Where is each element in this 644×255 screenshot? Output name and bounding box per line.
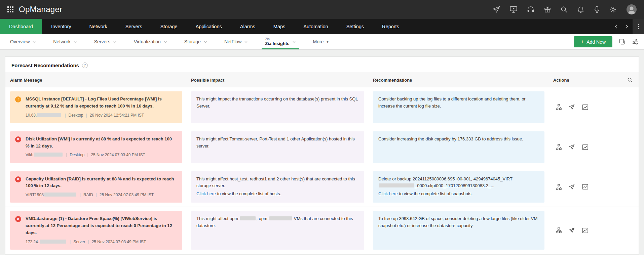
workflow-icon[interactable] [556, 184, 562, 190]
subnav-item-network[interactable]: Network [44, 34, 85, 49]
forecast-graph-icon[interactable] [582, 184, 588, 189]
notifications-icon[interactable] [577, 6, 584, 13]
alarm-message: Capacity Utilization [RAID] is currently… [26, 176, 177, 190]
meta-separator: | [86, 113, 87, 118]
meta-separator: | [65, 113, 66, 118]
chevron-down-icon: ▾ [327, 40, 328, 44]
subnav-item-more[interactable]: More▾ [304, 34, 337, 49]
subnav-item-virtualization[interactable]: Virtualization [125, 34, 176, 49]
alarm-cell: × Capacity Utilization [RAID] is current… [10, 171, 182, 203]
search-icon[interactable] [561, 6, 568, 13]
meta-separator: | [80, 193, 81, 197]
training-icon[interactable] [510, 6, 517, 13]
redacted-text [37, 113, 61, 117]
alarm-meta: 10.63.|Desktop|26 Nov 2024 12:54:21 PM I… [26, 112, 177, 119]
impact-cell: This might affect Tomcat-server, Port-Te… [191, 131, 364, 163]
workflow-icon[interactable] [556, 104, 562, 110]
workflow-icon[interactable] [556, 227, 562, 233]
dashboard-settings-icon[interactable] [632, 39, 639, 45]
redacted-text [240, 216, 256, 220]
subnav-item-zia-insights[interactable]: ZiaZia Insights [256, 34, 304, 49]
severity-icon: ! [15, 96, 21, 102]
chevron-down-icon [74, 41, 77, 43]
row-actions [553, 171, 634, 203]
meta-separator: | [96, 193, 97, 197]
workflow-icon[interactable] [556, 144, 562, 150]
settings-icon[interactable] [610, 6, 617, 13]
table-row: × Disk Utilization [WMI] is currently at… [5, 127, 639, 167]
nav-scroll-left-icon[interactable] [612, 19, 620, 34]
notify-icon[interactable] [569, 104, 575, 110]
subnav-item-label: NetFlow [224, 39, 241, 44]
column-header-alarm-message: Alarm Message [10, 78, 182, 83]
alarm-cell: × Disk Utilization [WMI] is currently at… [10, 131, 182, 163]
notify-icon[interactable] [569, 227, 575, 233]
alarm-cell: ! MSSQL Instance [DEFAULT] - Log Files U… [10, 91, 182, 123]
apps-grid-icon[interactable] [7, 6, 13, 12]
add-new-button[interactable]: + Add New [574, 36, 612, 47]
chevron-down-icon [293, 41, 296, 43]
user-avatar[interactable] [627, 4, 637, 14]
notify-icon[interactable] [569, 144, 575, 150]
alarm-message: MSSQL Instance [DEFAULT] - Log Files Use… [26, 96, 177, 110]
main-nav-controls [612, 19, 633, 34]
nav-overflow-menu-icon[interactable] [633, 19, 644, 34]
subnav-item-overview[interactable]: Overview [1, 34, 44, 49]
table-search-icon[interactable] [628, 78, 633, 83]
subnav-item-storage[interactable]: Storage [176, 34, 216, 49]
subnav-item-label: More [313, 39, 324, 44]
nav-item-reports[interactable]: Reports [373, 19, 408, 34]
impact-cell: This might affect host_test, redhost1 an… [191, 171, 364, 203]
nav-scroll-right-icon[interactable] [623, 19, 631, 34]
forecast-graph-icon[interactable] [582, 228, 588, 233]
notify-icon[interactable] [569, 184, 575, 190]
nav-item-settings[interactable]: Settings [337, 19, 373, 34]
forecast-graph-icon[interactable] [582, 144, 588, 150]
main-nav: DashboardInventoryNetworkServersStorageA… [0, 19, 644, 34]
impact-cell: This might impact the transactions occur… [191, 91, 364, 123]
recommendation-cell: To free up 3998.642 GB of space, conside… [373, 211, 544, 250]
nav-item-dashboard[interactable]: Dashboard [0, 19, 42, 34]
redacted-text [269, 216, 292, 220]
feedback-icon[interactable] [594, 6, 600, 13]
nav-item-storage[interactable]: Storage [151, 19, 187, 34]
severity-icon: × [15, 176, 21, 182]
redacted-text [40, 240, 66, 244]
nav-item-automation[interactable]: Automation [294, 19, 337, 34]
whats-new-icon[interactable] [544, 6, 551, 13]
table-row: × Capacity Utilization [RAID] is current… [5, 167, 639, 207]
alarm-message: Disk Utilization [WMI] is currently at 8… [26, 136, 177, 150]
nav-item-alarms[interactable]: Alarms [231, 19, 264, 34]
recommendation-cell: Consider increasing the disk capacity by… [373, 131, 544, 163]
topbar: OpManager [0, 0, 644, 19]
column-header-possible-impact: Possible Impact [191, 78, 364, 83]
table-row: × VMDatastorage (1) - Datastore Free Spa… [5, 207, 639, 254]
subnav-item-label: Servers [94, 39, 110, 44]
subnav-item-servers[interactable]: Servers [85, 34, 125, 49]
click-here-link[interactable]: Click here [196, 191, 216, 196]
forecast-graph-icon[interactable] [582, 104, 588, 110]
nav-item-network[interactable]: Network [80, 19, 116, 34]
copy-dashboard-icon[interactable] [619, 39, 626, 45]
subnav-item-netflow[interactable]: NetFlow [216, 34, 256, 49]
recommendation-cell: Delete or backup 20241125080006.695+00-0… [373, 171, 544, 203]
chevron-down-icon [244, 41, 248, 43]
add-new-label: Add New [586, 39, 606, 45]
plus-icon: + [580, 39, 584, 45]
nav-item-applications[interactable]: Applications [187, 19, 231, 34]
main-nav-items: DashboardInventoryNetworkServersStorageA… [0, 19, 408, 34]
support-icon[interactable] [527, 6, 534, 13]
click-here-link[interactable]: Click here [378, 191, 398, 196]
nav-item-servers[interactable]: Servers [116, 19, 151, 34]
nav-item-inventory[interactable]: Inventory [42, 19, 80, 34]
row-actions [553, 91, 634, 123]
subnav-item-label: Zia Insights [265, 41, 289, 46]
nav-item-maps[interactable]: Maps [264, 19, 294, 34]
help-icon[interactable]: ? [82, 62, 88, 68]
alarm-meta: 172.24.|Server|25 Nov 2024 07:03:49 PM I… [26, 239, 177, 245]
table-header: Alarm Message Possible Impact Recommenda… [5, 73, 639, 87]
getting-started-icon[interactable] [493, 6, 500, 13]
meta-separator: | [70, 240, 71, 244]
meta-separator: | [88, 240, 89, 244]
column-header-recommendations: Recommendations [373, 78, 544, 83]
